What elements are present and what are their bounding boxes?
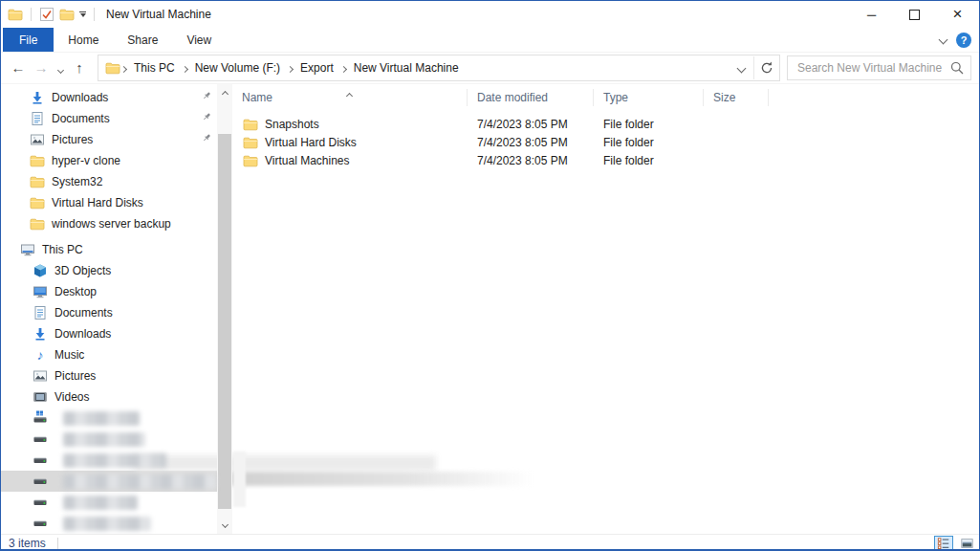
breadcrumb-chevron-icon[interactable] bbox=[341, 61, 346, 75]
sort-ascending-icon bbox=[347, 86, 352, 103]
file-type: File folder bbox=[594, 136, 704, 149]
drive-icon bbox=[33, 495, 48, 510]
file-date-modified: 7/4/2023 8:05 PM bbox=[468, 118, 594, 131]
file-type: File folder bbox=[594, 118, 704, 131]
up-button[interactable]: ↑ bbox=[68, 55, 91, 80]
sidebar-item-hyper-v-clone[interactable]: hyper-v clone bbox=[1, 150, 217, 171]
sidebar-item-drive-redacted-selected[interactable] bbox=[1, 471, 217, 492]
sidebar-item-drive-redacted[interactable] bbox=[1, 429, 217, 450]
file-row-virtual-hard-disks[interactable]: Virtual Hard Disks 7/4/2023 8:05 PM File… bbox=[232, 133, 979, 151]
column-header-size[interactable]: Size bbox=[704, 89, 769, 106]
breadcrumb-this-pc[interactable]: This PC bbox=[127, 61, 182, 75]
sidebar-item-system32[interactable]: System32 bbox=[1, 171, 217, 192]
breadcrumb-chevron-icon[interactable] bbox=[121, 61, 126, 75]
close-button[interactable]: × bbox=[936, 1, 979, 28]
back-button[interactable]: ← bbox=[7, 55, 30, 80]
folder-icon bbox=[30, 174, 45, 189]
documents-icon bbox=[30, 111, 45, 126]
file-name: Virtual Machines bbox=[265, 154, 350, 167]
sidebar-item-documents[interactable]: Documents bbox=[1, 108, 217, 129]
column-header-type[interactable]: Type bbox=[594, 89, 704, 106]
forward-button[interactable]: → bbox=[30, 55, 53, 80]
drive-icon bbox=[33, 474, 48, 489]
ribbon-tab-bar: File Home Share View ? bbox=[1, 28, 979, 53]
thumbnails-view-button[interactable] bbox=[957, 536, 976, 551]
sidebar-item-videos[interactable]: Videos bbox=[1, 386, 217, 408]
column-header-name[interactable]: Name bbox=[232, 89, 468, 106]
window-folder-icon bbox=[8, 7, 23, 22]
breadcrumb-export[interactable]: Export bbox=[294, 61, 340, 75]
sidebar-scrollbar[interactable] bbox=[217, 84, 232, 534]
sidebar-item-downloads-pc[interactable]: Downloads bbox=[1, 323, 217, 344]
breadcrumb-chevron-icon[interactable] bbox=[183, 61, 187, 75]
sidebar-item-desktop[interactable]: Desktop bbox=[1, 281, 217, 302]
sidebar-item-drive-redacted[interactable] bbox=[1, 408, 217, 429]
sidebar-item-virtual-hard-disks[interactable]: Virtual Hard Disks bbox=[1, 192, 217, 213]
system-drive-icon bbox=[33, 410, 48, 426]
minimize-button[interactable]: ─ bbox=[850, 1, 893, 28]
item-count: 3 items bbox=[9, 537, 46, 550]
customize-toolbar-dropdown-icon[interactable] bbox=[79, 11, 86, 17]
search-box[interactable] bbox=[787, 55, 971, 80]
breadcrumb-new-volume[interactable]: New Volume (F:) bbox=[188, 61, 287, 75]
new-folder-icon[interactable] bbox=[59, 7, 75, 22]
folder-icon bbox=[243, 153, 258, 168]
address-folder-icon bbox=[105, 60, 120, 76]
scroll-up-icon[interactable] bbox=[217, 86, 232, 101]
address-bar[interactable]: This PC New Volume (F:) Export New Virtu… bbox=[98, 55, 780, 81]
redacted-label bbox=[63, 496, 138, 510]
details-view-button[interactable] bbox=[934, 536, 953, 551]
titlebar-separator bbox=[94, 8, 95, 21]
title-bar: New Virtual Machine ─ × bbox=[1, 1, 979, 28]
sidebar-item-downloads[interactable]: Downloads bbox=[1, 87, 217, 108]
folder-icon bbox=[30, 153, 45, 168]
file-row-snapshots[interactable]: Snapshots 7/4/2023 8:05 PM File folder bbox=[232, 115, 979, 133]
titlebar-separator bbox=[31, 8, 32, 21]
sidebar-item-documents-pc[interactable]: Documents bbox=[1, 302, 217, 323]
column-header-date-modified[interactable]: Date modified bbox=[468, 89, 594, 106]
sidebar-item-pictures-pc[interactable]: Pictures bbox=[1, 365, 217, 386]
folder-icon bbox=[243, 135, 258, 150]
thumbnails-view-icon bbox=[960, 537, 974, 550]
sidebar-item-3d-objects[interactable]: 3D Objects bbox=[1, 260, 217, 281]
breadcrumb-current-folder[interactable]: New Virtual Machine bbox=[347, 61, 466, 75]
redacted-label bbox=[63, 453, 166, 468]
refresh-button[interactable] bbox=[754, 56, 779, 79]
tab-share[interactable]: Share bbox=[113, 28, 172, 52]
sidebar-item-drive-redacted[interactable] bbox=[1, 513, 217, 534]
details-view-icon bbox=[937, 537, 950, 550]
recent-locations-icon[interactable] bbox=[53, 55, 68, 80]
refresh-icon bbox=[759, 60, 774, 76]
sidebar-item-pictures[interactable]: Pictures bbox=[1, 129, 217, 150]
redacted-label bbox=[63, 432, 145, 447]
pin-icon[interactable] bbox=[202, 133, 212, 143]
search-input[interactable] bbox=[795, 60, 949, 76]
column-headers: Name Date modified Type Size bbox=[232, 86, 979, 109]
properties-checkbox-icon[interactable] bbox=[39, 7, 54, 22]
downloads-icon bbox=[30, 90, 45, 105]
sidebar-item-drive-redacted[interactable] bbox=[1, 492, 217, 513]
scrollbar-thumb[interactable] bbox=[218, 134, 231, 509]
file-date-modified: 7/4/2023 8:05 PM bbox=[468, 154, 594, 167]
minimize-ribbon-icon[interactable] bbox=[939, 35, 948, 45]
search-icon[interactable] bbox=[949, 60, 965, 76]
help-icon[interactable]: ? bbox=[956, 33, 971, 48]
tab-view[interactable]: View bbox=[172, 28, 226, 52]
address-dropdown-icon[interactable] bbox=[729, 56, 753, 79]
downloads-icon bbox=[33, 326, 48, 342]
sidebar-item-this-pc[interactable]: This PC bbox=[1, 239, 217, 260]
file-name: Virtual Hard Disks bbox=[265, 136, 357, 149]
sidebar-item-music[interactable]: ♪ Music bbox=[1, 344, 217, 365]
scroll-down-icon[interactable] bbox=[217, 517, 232, 532]
tab-file[interactable]: File bbox=[3, 28, 54, 52]
pin-icon[interactable] bbox=[202, 112, 212, 122]
maximize-button[interactable] bbox=[893, 1, 936, 28]
file-row-virtual-machines[interactable]: Virtual Machines 7/4/2023 8:05 PM File f… bbox=[232, 151, 979, 169]
sidebar-item-windows-server-backup[interactable]: windows server backup bbox=[1, 213, 217, 234]
pictures-icon bbox=[33, 368, 48, 384]
computer-icon bbox=[20, 242, 35, 257]
breadcrumb-chevron-icon[interactable] bbox=[288, 61, 293, 75]
pin-icon[interactable] bbox=[202, 91, 212, 101]
tab-home[interactable]: Home bbox=[54, 28, 113, 52]
music-icon: ♪ bbox=[33, 347, 48, 363]
